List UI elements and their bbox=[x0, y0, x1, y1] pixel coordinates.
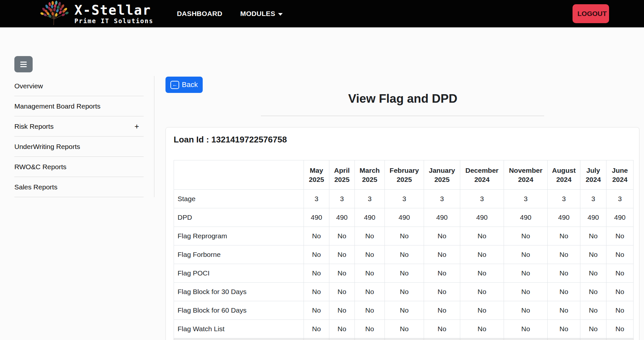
logout-button[interactable]: LOGOUT bbox=[573, 4, 609, 23]
loan-flag-card: Loan Id : 1321419722576758 May2025April2… bbox=[165, 127, 639, 340]
row-value: No bbox=[460, 320, 504, 338]
row-value: No bbox=[606, 320, 634, 338]
row-label: Flag Block for 60 Days bbox=[174, 301, 304, 320]
row-value: No bbox=[548, 320, 580, 338]
row-value: No bbox=[304, 301, 329, 320]
row-value: 490 bbox=[424, 208, 460, 227]
row-value: No bbox=[385, 283, 424, 301]
row-value: No bbox=[424, 320, 460, 338]
month-column-header: June2024 bbox=[606, 160, 634, 190]
navbar-links: DASHBOARD MODULES bbox=[177, 10, 283, 18]
table-row: Flag Watch ListNoNoNoNoNoNoNoNoNoNo bbox=[174, 320, 634, 338]
row-value: No bbox=[460, 245, 504, 264]
sidebar-content-divider bbox=[154, 76, 154, 197]
month-column-header: July2024 bbox=[580, 160, 606, 190]
top-navbar: X-Stellar Prime IT Solutions DASHBOARD M… bbox=[0, 0, 644, 27]
row-value: No bbox=[424, 264, 460, 283]
row-value: No bbox=[460, 264, 504, 283]
row-value: No bbox=[304, 245, 329, 264]
month-column-header: April2025 bbox=[329, 160, 355, 190]
table-row: Flag ForborneNoNoNoNoNoNoNoNoNoNo bbox=[174, 245, 634, 264]
sidebar-item-sales-reports[interactable]: Sales Reports bbox=[14, 177, 144, 197]
row-value: No bbox=[504, 264, 548, 283]
back-button-label: Back bbox=[182, 81, 198, 89]
table-header-row: May2025April2025March2025February2025Jan… bbox=[174, 160, 634, 190]
row-label: Flag Forborne bbox=[174, 245, 304, 264]
row-value: No bbox=[580, 320, 606, 338]
row-value: No bbox=[385, 227, 424, 245]
loan-id-heading: Loan Id : 1321419722576758 bbox=[174, 135, 287, 145]
row-value: 490 bbox=[504, 208, 548, 227]
row-value: 3 bbox=[304, 190, 329, 208]
row-value: No bbox=[580, 264, 606, 283]
sidebar-item-rwoc-reports[interactable]: RWO&C Reports bbox=[14, 157, 144, 177]
row-value: 490 bbox=[329, 208, 355, 227]
row-value: No bbox=[355, 283, 385, 301]
row-label: Flag Watch List bbox=[174, 320, 304, 338]
brand-title: X-Stellar bbox=[74, 3, 153, 17]
row-value: No bbox=[355, 264, 385, 283]
row-value: No bbox=[504, 245, 548, 264]
row-label: Flag POCI bbox=[174, 264, 304, 283]
sidebar-toggle-button[interactable] bbox=[14, 56, 33, 72]
table-row: Stage3333333333 bbox=[174, 190, 634, 208]
month-column-header: August2024 bbox=[548, 160, 580, 190]
brand-link[interactable]: X-Stellar Prime IT Solutions bbox=[38, 1, 153, 27]
row-value: No bbox=[606, 264, 634, 283]
nav-link-dashboard[interactable]: DASHBOARD bbox=[177, 10, 222, 18]
row-value: No bbox=[580, 283, 606, 301]
row-value: No bbox=[304, 264, 329, 283]
row-value: No bbox=[548, 301, 580, 320]
row-value: No bbox=[304, 227, 329, 245]
month-column-header: February2025 bbox=[385, 160, 424, 190]
row-value: 3 bbox=[460, 190, 504, 208]
row-value: No bbox=[385, 245, 424, 264]
row-value: No bbox=[329, 283, 355, 301]
row-value: 3 bbox=[424, 190, 460, 208]
sidebar-item-underwriting-reports[interactable]: UnderWriting Reports bbox=[14, 137, 144, 157]
row-label: Flag Block for 30 Days bbox=[174, 283, 304, 301]
table-row: Flag ReprogramNoNoNoNoNoNoNoNoNoNo bbox=[174, 227, 634, 245]
row-value: No bbox=[606, 283, 634, 301]
row-value: No bbox=[460, 283, 504, 301]
row-value: No bbox=[606, 301, 634, 320]
row-value: No bbox=[548, 283, 580, 301]
row-value: 3 bbox=[606, 190, 634, 208]
table-row: DPD490490490490490490490490490490 bbox=[174, 208, 634, 227]
row-value: No bbox=[424, 301, 460, 320]
row-value: No bbox=[329, 301, 355, 320]
row-label: DPD bbox=[174, 208, 304, 227]
sidebar-item-risk-reports[interactable]: Risk Reports + bbox=[14, 116, 144, 137]
row-label: Stage bbox=[174, 190, 304, 208]
row-value: 490 bbox=[606, 208, 634, 227]
nav-link-modules-label: MODULES bbox=[240, 10, 275, 18]
row-value: No bbox=[548, 245, 580, 264]
empty-corner-header bbox=[174, 160, 304, 190]
sidebar-item-overview[interactable]: Overview bbox=[14, 76, 144, 96]
hamburger-icon bbox=[20, 62, 27, 67]
brand-tree-logo-icon bbox=[38, 1, 71, 27]
row-value: No bbox=[580, 227, 606, 245]
back-button[interactable]: ← Back bbox=[165, 77, 203, 93]
month-column-header: May2025 bbox=[304, 160, 329, 190]
row-value: No bbox=[504, 227, 548, 245]
sidebar-item-label: Sales Reports bbox=[14, 183, 57, 191]
row-value: No bbox=[548, 227, 580, 245]
row-value: No bbox=[548, 264, 580, 283]
nav-link-modules[interactable]: MODULES bbox=[240, 10, 283, 18]
expand-plus-icon[interactable]: + bbox=[134, 122, 144, 131]
clipped-row bbox=[174, 338, 634, 340]
sidebar-item-label: Risk Reports bbox=[14, 123, 54, 130]
sidebar-item-management-board-reports[interactable]: Management Board Reports bbox=[14, 96, 144, 116]
row-value: No bbox=[355, 320, 385, 338]
row-value: No bbox=[355, 301, 385, 320]
month-column-header: December2024 bbox=[460, 160, 504, 190]
row-value: 490 bbox=[304, 208, 329, 227]
month-column-header: March2025 bbox=[355, 160, 385, 190]
sidebar-nav: Overview Management Board Reports Risk R… bbox=[14, 76, 144, 197]
table-row: Flag Block for 60 DaysNoNoNoNoNoNoNoNoNo… bbox=[174, 301, 634, 320]
row-value: No bbox=[329, 245, 355, 264]
row-value: No bbox=[504, 301, 548, 320]
row-value: 3 bbox=[504, 190, 548, 208]
flag-dpd-table: May2025April2025March2025February2025Jan… bbox=[174, 160, 634, 340]
